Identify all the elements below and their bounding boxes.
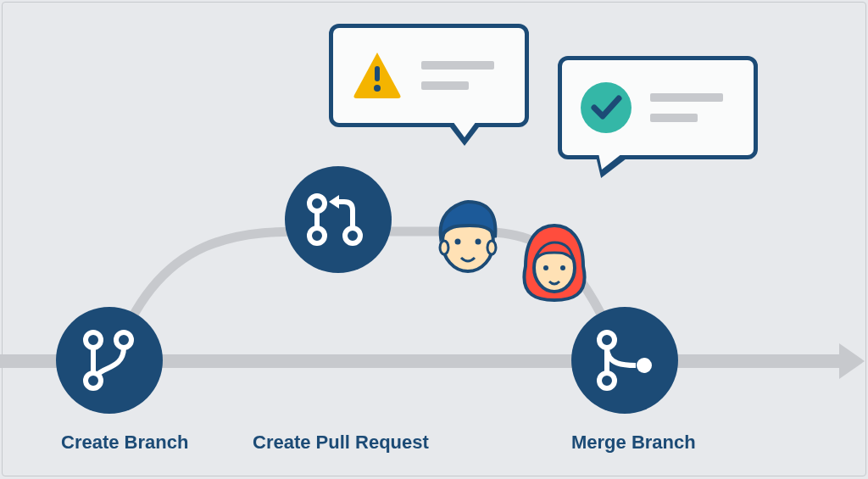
svg-point-10: [455, 239, 461, 245]
svg-point-16: [560, 265, 565, 270]
svg-point-8: [345, 228, 360, 243]
svg-point-11: [476, 239, 481, 245]
svg-point-6: [309, 196, 325, 211]
reviewer-avatar-male: [434, 195, 502, 280]
svg-point-3: [86, 332, 101, 348]
node-create-branch: [56, 307, 163, 414]
svg-point-2: [581, 82, 632, 133]
main-branch-arrowhead: [839, 343, 865, 379]
svg-rect-0: [375, 66, 380, 81]
review-comment-warning: [329, 24, 529, 127]
git-pull-request-icon: [303, 192, 373, 248]
svg-point-13: [487, 241, 496, 254]
step-label-create-pull-request: Create Pull Request: [253, 432, 429, 454]
node-merge-branch: [571, 307, 678, 414]
svg-point-19: [637, 358, 652, 373]
node-create-pull-request: [285, 166, 392, 273]
svg-point-17: [599, 332, 615, 348]
git-merge-icon: [593, 328, 656, 393]
warning-triangle-icon: [352, 50, 403, 101]
step-label-create-branch: Create Branch: [61, 432, 188, 454]
svg-point-7: [309, 228, 325, 243]
check-circle-icon: [581, 82, 632, 133]
review-comment-approved: [558, 56, 758, 159]
svg-point-5: [116, 332, 131, 348]
svg-point-1: [374, 85, 381, 92]
svg-point-15: [543, 265, 548, 270]
reviewer-avatar-female: [520, 222, 588, 307]
svg-point-12: [440, 241, 448, 254]
comment-text-placeholder: [421, 61, 494, 90]
git-branch-icon: [80, 328, 139, 393]
bubble-tail: [453, 121, 476, 137]
step-label-merge-branch: Merge Branch: [571, 432, 696, 454]
svg-point-4: [86, 373, 101, 388]
svg-point-18: [599, 373, 615, 388]
comment-text-placeholder: [650, 93, 723, 122]
